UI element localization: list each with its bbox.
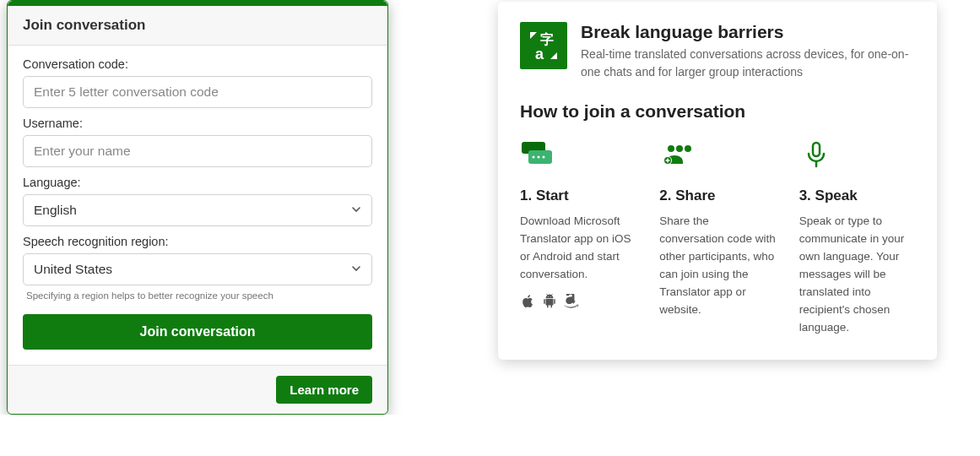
panel-title: Join conversation [23,17,372,34]
svg-point-8 [676,145,683,152]
svg-text:字: 字 [540,31,554,46]
panel-footer: Learn more [8,365,387,414]
chevron-down-icon [351,204,361,217]
hero-text: Break language barriers Real-time transl… [581,22,915,81]
region-selected-value: United States [34,262,112,277]
chevron-down-icon [351,263,361,276]
svg-text:a: a [535,46,544,62]
step-title: 1. Start [520,187,636,204]
step-start: 1. Start Download Microsoft Translator a… [520,140,636,336]
translator-icon: 字 a [520,22,567,69]
amazon-icon [564,294,579,312]
hero-title: Break language barriers [581,22,915,42]
join-conversation-button[interactable]: Join conversation [23,314,372,350]
conversation-code-input[interactable] [23,76,372,108]
language-selected-value: English [34,203,77,218]
svg-point-7 [668,145,674,152]
hero-description: Real-time translated conversations acros… [581,46,915,81]
step-title: 2. Share [659,187,775,204]
svg-point-5 [538,156,540,159]
conversation-code-label: Conversation code: [23,57,372,71]
steps-row: 1. Start Download Microsoft Translator a… [520,140,915,336]
step-description: Share the conversation code with other p… [659,213,775,319]
svg-rect-14 [813,143,820,156]
language-select[interactable]: English [23,194,372,226]
step-description: Download Microsoft Translator app on iOS… [520,213,636,284]
language-label: Language: [23,176,372,189]
learn-more-button[interactable]: Learn more [276,376,372,404]
platform-icons [520,294,636,312]
panel-header: Join conversation [8,6,387,46]
howto-title: How to join a conversation [520,101,915,122]
svg-point-4 [533,156,535,159]
chat-bubbles-icon [520,140,636,177]
username-input[interactable] [23,135,372,167]
svg-point-6 [543,156,545,159]
svg-rect-3 [528,150,552,164]
svg-point-9 [685,145,691,152]
region-helper-text: Specifying a region helps to better reco… [23,290,372,301]
step-speak: 3. Speak Speak or type to communicate in… [799,140,915,336]
step-title: 3. Speak [799,187,915,204]
username-label: Username: [23,117,372,130]
android-icon [542,294,557,312]
apple-icon [520,294,535,312]
microphone-icon [799,140,915,177]
group-add-icon [659,140,775,177]
step-description: Speak or type to communicate in your own… [799,213,915,336]
info-panel: 字 a Break language barriers Real-time tr… [498,2,937,360]
speech-region-label: Speech recognition region: [23,235,372,248]
hero-section: 字 a Break language barriers Real-time tr… [520,22,915,81]
join-conversation-panel: Join conversation Conversation code: Use… [7,0,388,415]
speech-region-select[interactable]: United States [23,253,372,285]
form-body: Conversation code: Username: Language: E… [8,46,387,365]
step-share: 2. Share Share the conversation code wit… [659,140,775,336]
